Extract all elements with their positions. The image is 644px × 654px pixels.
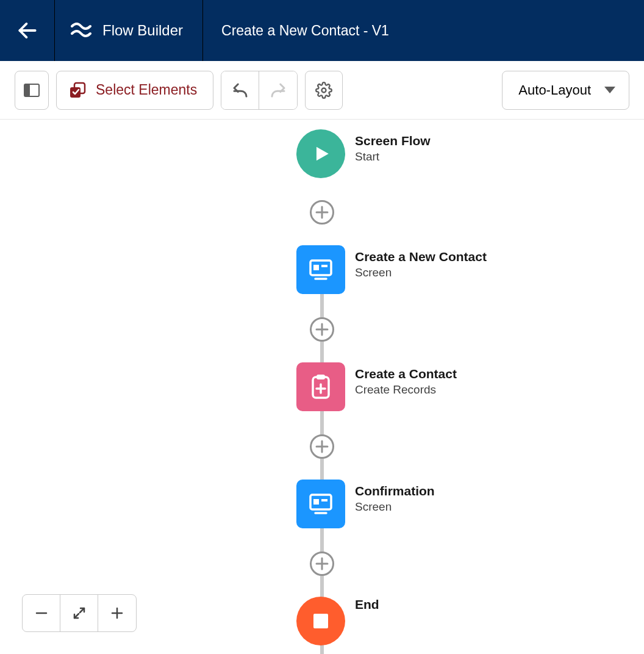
node-title: Confirmation <box>355 483 435 499</box>
zoom-in-button[interactable] <box>98 595 136 631</box>
svg-rect-28 <box>313 614 328 628</box>
screen-icon <box>307 490 335 518</box>
node-labels: Confirmation Screen <box>355 480 435 515</box>
node-subtitle: Create Records <box>355 382 457 398</box>
node-end[interactable]: End <box>296 597 379 645</box>
plus-icon <box>315 557 329 570</box>
minus-icon <box>35 606 48 620</box>
undo-icon <box>231 81 249 99</box>
flow-title: Create a New Contact - V1 <box>203 23 389 39</box>
svg-marker-7 <box>317 147 329 161</box>
screen-icon <box>307 256 335 284</box>
app-name: Flow Builder <box>102 22 183 39</box>
svg-rect-23 <box>313 499 319 505</box>
node-screen[interactable]: Create a New Contact Screen <box>296 245 487 294</box>
app-brand: Flow Builder <box>55 0 203 61</box>
clipboard-plus-icon <box>307 372 334 401</box>
gear-icon <box>315 82 332 99</box>
svg-rect-2 <box>24 84 30 96</box>
chevron-down-icon <box>604 87 615 94</box>
undo-button[interactable] <box>221 71 259 109</box>
plus-icon <box>315 440 329 453</box>
start-node-shape <box>296 129 345 178</box>
node-subtitle: Screen <box>355 265 487 281</box>
node-labels: Screen Flow Start <box>355 129 431 165</box>
zoom-controls <box>22 594 137 632</box>
settings-button[interactable] <box>305 71 343 110</box>
redo-button[interactable] <box>259 71 297 109</box>
node-labels: Create a New Contact Screen <box>355 245 487 281</box>
plus-icon <box>315 206 329 219</box>
node-subtitle: Start <box>355 149 431 165</box>
screen-node-shape <box>296 245 345 294</box>
node-subtitle: Screen <box>355 499 435 515</box>
create-node-shape <box>296 362 345 411</box>
svg-marker-6 <box>604 87 615 93</box>
zoom-fit-button[interactable] <box>60 595 98 631</box>
svg-point-5 <box>322 88 326 92</box>
node-labels: Create a Contact Create Records <box>355 362 457 398</box>
flow-canvas[interactable]: Screen Flow Start Create a New Contact S… <box>0 120 644 654</box>
svg-rect-11 <box>313 265 319 270</box>
arrow-left-icon <box>16 19 39 42</box>
zoom-out-button[interactable] <box>23 595 60 631</box>
layout-mode-label: Auto-Layout <box>518 82 591 98</box>
node-labels: End <box>355 597 379 613</box>
add-element-button[interactable] <box>310 200 334 225</box>
node-title: Create a Contact <box>355 366 457 382</box>
plus-icon <box>110 606 124 620</box>
app-header: Flow Builder Create a New Contact - V1 <box>0 0 644 61</box>
node-create-records[interactable]: Create a Contact Create Records <box>296 362 457 411</box>
node-title: Screen Flow <box>355 133 431 149</box>
node-title: End <box>355 597 379 613</box>
multi-select-icon <box>69 82 86 99</box>
svg-rect-24 <box>321 499 327 501</box>
toggle-panel-button[interactable] <box>15 71 49 110</box>
add-element-button[interactable] <box>310 552 334 576</box>
select-elements-button[interactable]: Select Elements <box>56 71 213 110</box>
node-screen[interactable]: Confirmation Screen <box>296 480 435 528</box>
back-button[interactable] <box>0 0 55 61</box>
panel-left-icon <box>24 84 40 97</box>
svg-rect-17 <box>317 375 325 379</box>
select-elements-label: Select Elements <box>96 82 197 98</box>
add-element-button[interactable] <box>310 434 334 459</box>
redo-icon <box>269 81 287 99</box>
end-node-shape <box>296 597 345 645</box>
node-title: Create a New Contact <box>355 249 487 265</box>
stop-icon <box>312 612 330 630</box>
screen-node-shape <box>296 480 345 528</box>
expand-icon <box>73 606 86 620</box>
undo-redo-group <box>221 71 298 110</box>
add-element-button[interactable] <box>310 317 334 342</box>
toolbar: Select Elements Auto-Layout <box>0 61 644 120</box>
layout-mode-select[interactable]: Auto-Layout <box>502 71 629 110</box>
flow-builder-icon <box>71 20 91 41</box>
node-start[interactable]: Screen Flow Start <box>296 129 431 178</box>
plus-icon <box>315 323 329 336</box>
svg-rect-12 <box>321 265 327 267</box>
play-icon <box>310 143 331 164</box>
